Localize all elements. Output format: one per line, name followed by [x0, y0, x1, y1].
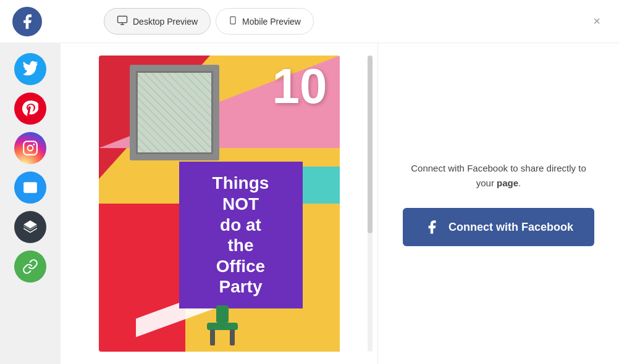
connect-facebook-button[interactable]: Connect with Facebook [403, 208, 594, 246]
svg-point-6 [28, 146, 33, 151]
window-glass [136, 71, 213, 154]
buffer-icon [22, 219, 38, 235]
window-frame [130, 65, 219, 160]
connect-facebook-icon [424, 219, 440, 235]
sidebar-item-buffer[interactable] [14, 211, 46, 243]
facebook-icon [19, 13, 36, 30]
desktop-tab-label: Desktop Preview [133, 17, 198, 27]
twitter-icon [22, 61, 38, 77]
top-bar: Desktop Preview Mobile Preview × [0, 0, 619, 43]
main-content: 10 Things NOT do at the Office Party [0, 43, 619, 364]
desktop-icon [117, 15, 128, 28]
article-title: Things NOT do at the Office Party [213, 173, 269, 297]
link-icon [22, 259, 38, 275]
article-number: 10 [272, 62, 327, 111]
mobile-icon [229, 15, 237, 28]
connect-description: Connect with Facebook to share directly … [403, 161, 594, 191]
sidebar [0, 43, 61, 364]
svg-rect-5 [23, 141, 37, 155]
sidebar-item-instagram[interactable] [14, 132, 46, 164]
article-title-box: Things NOT do at the Office Party [179, 162, 303, 308]
instagram-icon [22, 140, 38, 156]
email-icon [22, 180, 38, 196]
svg-rect-0 [118, 16, 127, 23]
scrollbar-thumb [368, 56, 373, 233]
scrollbar[interactable] [368, 56, 373, 352]
preview-tabs: Desktop Preview Mobile Preview [104, 8, 314, 35]
close-button[interactable]: × [587, 12, 607, 31]
preview-area: 10 Things NOT do at the Office Party [61, 43, 378, 364]
right-panel: Connect with Facebook to share directly … [378, 43, 619, 364]
sidebar-item-email[interactable] [14, 172, 46, 204]
desktop-preview-tab[interactable]: Desktop Preview [104, 8, 211, 35]
sidebar-item-pinterest[interactable] [14, 93, 46, 125]
chair [204, 302, 241, 345]
article-preview: 10 Things NOT do at the Office Party [99, 56, 340, 352]
svg-point-7 [33, 143, 35, 145]
connect-facebook-label: Connect with Facebook [448, 221, 573, 234]
facebook-logo [12, 7, 42, 36]
sidebar-item-link[interactable] [14, 250, 46, 283]
mobile-tab-label: Mobile Preview [242, 17, 301, 27]
mobile-preview-tab[interactable]: Mobile Preview [216, 8, 314, 35]
pinterest-icon [22, 101, 38, 117]
sidebar-item-twitter[interactable] [14, 53, 46, 85]
wall-background: 10 Things NOT do at the Office Party [99, 56, 340, 352]
